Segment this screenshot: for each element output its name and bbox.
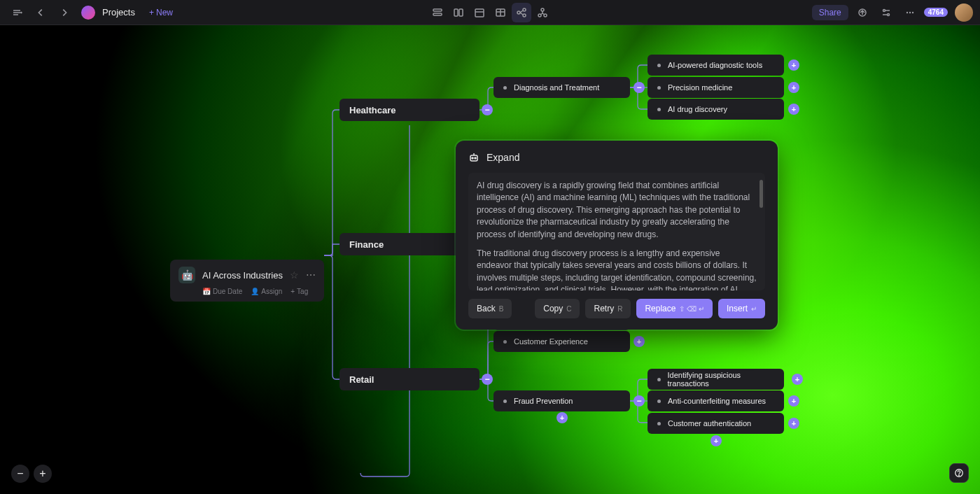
robot-icon [468, 152, 479, 163]
node-healthcare[interactable]: Healthcare [340, 99, 479, 121]
avatar[interactable] [955, 3, 973, 22]
view-mindmap-icon[interactable] [512, 3, 531, 22]
collapse-icon[interactable]: − [482, 374, 493, 385]
tag-chip[interactable]: + Tag [290, 288, 308, 295]
svg-point-20 [475, 157, 476, 159]
add-icon[interactable]: + [788, 418, 799, 429]
svg-point-14 [887, 13, 889, 15]
node-ai-diag-tools[interactable]: AI-powered diagnostic tools [648, 55, 784, 76]
menu-icon[interactable] [7, 3, 27, 22]
app-logo [81, 6, 95, 20]
root-icon: 🤖 [178, 267, 195, 283]
svg-point-16 [909, 11, 911, 13]
add-icon[interactable]: + [788, 104, 799, 115]
svg-point-6 [517, 11, 520, 14]
root-more-icon[interactable]: ⋯ [306, 269, 316, 281]
zoom-out-button[interactable]: − [11, 465, 29, 483]
popup-title: Expand [486, 152, 519, 163]
svg-point-13 [883, 9, 885, 11]
popup-content[interactable]: AI drug discovery is a rapidly growing f… [468, 173, 765, 290]
svg-point-7 [523, 8, 526, 11]
node-retail[interactable]: Retail [340, 368, 479, 390]
node-suspicious-tx[interactable]: Identifying suspicious transactions [648, 369, 784, 390]
collapse-icon[interactable]: − [634, 395, 645, 407]
add-icon[interactable]: + [788, 82, 799, 93]
svg-rect-3 [459, 9, 463, 16]
view-list-icon[interactable] [428, 3, 447, 22]
add-icon[interactable]: + [788, 395, 799, 407]
view-table-icon[interactable] [491, 3, 510, 22]
new-button[interactable]: +New [149, 8, 173, 17]
back-button[interactable]: BackB [468, 299, 512, 318]
replace-button[interactable]: Replace⇧ ⌫ ↵ [636, 299, 713, 318]
collapse-icon[interactable]: − [482, 104, 493, 115]
copy-button[interactable]: CopyC [535, 299, 580, 318]
forward-button[interactable] [55, 3, 74, 22]
svg-rect-4 [475, 9, 484, 17]
topbar: Projects +New Share 4764 [0, 0, 980, 25]
svg-point-22 [959, 475, 960, 476]
svg-point-19 [472, 157, 473, 159]
add-icon[interactable]: + [710, 435, 722, 446]
settings-icon[interactable] [876, 3, 896, 22]
due-date-chip[interactable]: 📅 Due Date [202, 288, 242, 295]
view-columns-icon[interactable] [449, 3, 468, 22]
svg-rect-2 [454, 9, 458, 16]
more-icon[interactable] [900, 3, 920, 22]
add-icon[interactable]: + [556, 412, 568, 423]
svg-point-17 [912, 11, 913, 13]
breadcrumb[interactable]: Projects [102, 7, 135, 17]
star-icon[interactable]: ☆ [290, 269, 299, 281]
assign-chip[interactable]: 👤 Assign [251, 288, 282, 295]
zoom-in-button[interactable]: + [34, 465, 52, 483]
share-button[interactable]: Share [812, 5, 848, 20]
node-anti-counterfeit[interactable]: Anti-counterfeiting measures [648, 390, 784, 411]
add-icon[interactable]: + [788, 59, 799, 71]
scrollbar[interactable] [760, 180, 763, 208]
add-icon[interactable]: + [634, 336, 645, 347]
node-diagnosis[interactable]: Diagnosis and Treatment [493, 77, 630, 98]
node-ai-drug-disc[interactable]: AI drug discovery [648, 99, 784, 120]
svg-point-9 [541, 8, 544, 11]
help-button[interactable] [949, 463, 969, 483]
expand-popup: Expand AI drug discovery is a rapidly gr… [456, 141, 778, 330]
add-icon[interactable]: + [792, 374, 803, 385]
svg-point-8 [523, 14, 526, 17]
root-meta: 📅 Due Date 👤 Assign + Tag [178, 288, 316, 295]
svg-rect-1 [433, 13, 442, 15]
view-calendar-icon[interactable] [470, 3, 489, 22]
root-title: AI Across Industries [202, 270, 283, 281]
node-cust-auth[interactable]: Customer authentication [648, 413, 784, 434]
insert-button[interactable]: Insert↵ [718, 299, 765, 318]
svg-point-15 [906, 11, 908, 13]
zoom-controls: − + [11, 465, 52, 483]
node-precision-med[interactable]: Precision medicine [648, 77, 784, 98]
svg-rect-0 [433, 9, 442, 11]
export-icon[interactable] [853, 3, 872, 22]
collapse-icon[interactable]: − [634, 82, 645, 93]
notifications[interactable]: 4764 [924, 8, 948, 17]
node-fraud[interactable]: Fraud Prevention [493, 390, 630, 411]
node-customer-exp[interactable]: Customer Experience [493, 331, 630, 352]
view-org-icon[interactable] [533, 3, 552, 22]
back-button[interactable] [31, 3, 50, 22]
retry-button[interactable]: RetryR [585, 299, 631, 318]
root-node[interactable]: 🤖 AI Across Industries ☆ ⋯ 📅 Due Date 👤 … [170, 260, 324, 302]
